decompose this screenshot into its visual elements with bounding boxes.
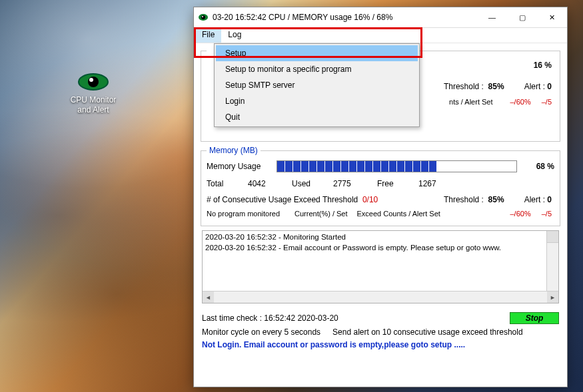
mem-pct-set: –/60% — [510, 210, 531, 218]
eye-icon — [77, 70, 109, 94]
menu-item-setup-smtp[interactable]: Setup SMTP server — [216, 77, 418, 93]
mem-exceed-value: 0/10 — [362, 195, 378, 204]
svg-point-2 — [89, 78, 93, 82]
mem-noprog: No program monitored — [207, 210, 280, 218]
mem-total-label: Total — [207, 179, 248, 188]
file-menu-dropdown: Setup Setup to monitor a specific progra… — [214, 43, 420, 127]
memory-group: Memory (MB) Memory Usage 68 % Total 4042… — [201, 146, 560, 226]
cpu-alert-set: –/5 — [542, 98, 552, 106]
memory-progress — [277, 160, 517, 172]
desktop-shortcut-cpu-monitor[interactable]: CPU Monitorand Alert — [63, 70, 123, 115]
cpu-alert-value: 0 — [547, 82, 552, 91]
cpu-threshold-value: 85% — [488, 82, 504, 91]
close-button[interactable]: ✕ — [537, 7, 567, 27]
mem-alert-set: –/5 — [542, 210, 552, 218]
window-title: 03-20 16:52:42 CPU / MEMORY usage 16% / … — [213, 13, 477, 22]
status-link[interactable]: Not Login. Email account or password is … — [202, 340, 465, 349]
app-icon — [198, 12, 209, 23]
app-window: 03-20 16:52:42 CPU / MEMORY usage 16% / … — [193, 7, 568, 387]
menu-file[interactable]: File — [195, 28, 221, 43]
menu-item-setup-program[interactable]: Setup to monitor a specific program — [216, 61, 418, 77]
memory-legend: Memory (MB) — [207, 146, 261, 155]
cpu-percent: 16 % — [521, 61, 552, 70]
menu-log[interactable]: Log — [221, 28, 248, 43]
log-area[interactable]: 2020-03-20 16:52:32 - Monitoring Started… — [202, 230, 559, 303]
mem-alert-value: 0 — [547, 195, 552, 204]
mem-free: 1267 — [418, 179, 462, 188]
monitor-cycle: Monitor cycle on every 5 seconds — [202, 327, 320, 337]
mem-threshold-value: 85% — [488, 195, 504, 204]
svg-point-1 — [88, 77, 99, 87]
cpu-alert-label: Alert : — [524, 82, 545, 91]
minimize-button[interactable]: — — [477, 7, 507, 27]
alert-rule: Send alert on 10 consecutive usage excee… — [332, 327, 523, 337]
stop-button[interactable]: Stop — [510, 312, 559, 324]
svg-point-5 — [202, 16, 203, 17]
log-line: 2020-03-20 16:52:32 - Monitoring Started — [205, 232, 556, 243]
mem-total: 4042 — [248, 179, 292, 188]
menu-item-login[interactable]: Login — [216, 93, 418, 109]
mem-counts-label: Exceed Counts / Alert Set — [357, 210, 440, 218]
scroll-left-icon[interactable]: ◄ — [203, 292, 214, 303]
maximize-button[interactable]: ▢ — [507, 7, 537, 27]
desktop-shortcut-label: CPU Monitorand Alert — [63, 95, 123, 115]
menu-item-quit[interactable]: Quit — [216, 109, 418, 125]
status-area: Last time check : 16:52:42 2020-03-20 St… — [194, 307, 567, 354]
mem-used-label: Used — [292, 179, 333, 188]
memory-usage-label: Memory Usage — [207, 162, 277, 171]
log-horizontal-scrollbar[interactable]: ◄ ► — [203, 291, 558, 303]
mem-exceed-label: # of Consecutive Usage Exceed Threshold — [207, 195, 358, 204]
log-vertical-scrollbar[interactable] — [546, 231, 558, 292]
svg-point-4 — [201, 15, 205, 19]
memory-percent: 68 % — [524, 162, 554, 171]
titlebar[interactable]: 03-20 16:52:42 CPU / MEMORY usage 16% / … — [194, 7, 567, 28]
cpu-counts-label: nts / Alert Set — [449, 98, 492, 106]
menu-item-setup[interactable]: Setup — [216, 45, 418, 61]
scroll-right-icon[interactable]: ► — [547, 292, 558, 303]
last-check: Last time check : 16:52:42 2020-03-20 — [202, 313, 338, 323]
menubar: File Log — [194, 28, 567, 43]
cpu-pct-set: –/60% — [510, 98, 531, 106]
mem-threshold-label: Threshold : — [444, 195, 484, 204]
log-line: 2020-03-20 16:52:32 - Email account or P… — [205, 243, 556, 254]
mem-free-label: Free — [377, 179, 418, 188]
mem-used: 2775 — [333, 179, 377, 188]
mem-alert-label: Alert : — [524, 195, 545, 204]
cpu-threshold-label: Threshold : — [444, 82, 484, 91]
mem-current-label: Current(%) / Set — [294, 210, 347, 218]
